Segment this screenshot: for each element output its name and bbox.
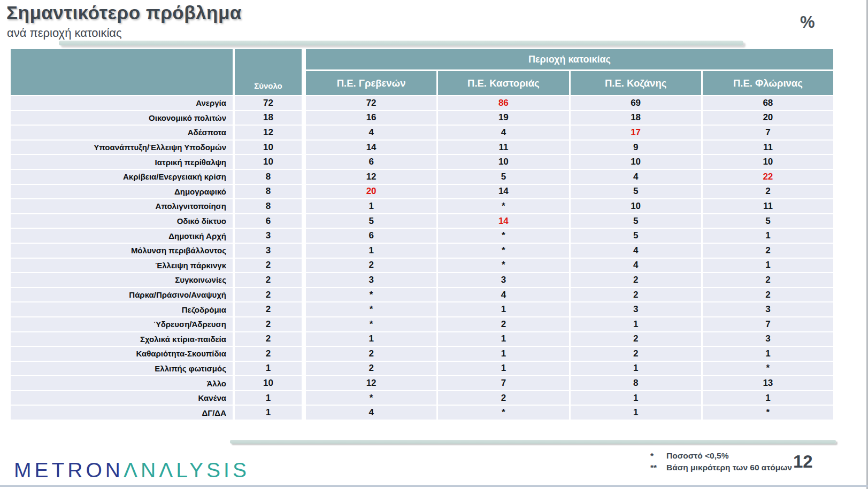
row-label: Έλλειψη πάρκινγκ — [11, 259, 233, 273]
cell-region-value: 16 — [306, 111, 436, 125]
header-region-grevena: Π.Ε. Γρεβενών — [306, 71, 436, 95]
table-row: Ύδρευση/Άδρευση 2*217 — [11, 317, 833, 331]
table-row: Πάρκα/Πράσινο/Αναψυχή 2*422 — [11, 288, 833, 302]
cell-region-value: 8 — [569, 376, 701, 390]
cell-region-value: 13 — [701, 376, 833, 390]
row-values: 101411911 — [235, 141, 833, 154]
cell-region-value: 5 — [436, 170, 569, 184]
cell-total-value: 2 — [235, 302, 302, 316]
table-row: Οικονομικό πολιτών 1816191820 — [11, 111, 833, 125]
cell-total-value: 10 — [235, 155, 302, 169]
table-row: Συγκοινωνίες 23322 — [11, 273, 833, 287]
table-row: Καθαριότητα-Σκουπίδια 22121 — [11, 347, 833, 361]
cell-region-value: 18 — [569, 111, 701, 125]
row-label: Σχολικά κτίρια-παιδεία — [11, 332, 233, 346]
cell-total-value: 3 — [235, 244, 302, 258]
logo-metron-text: METRON — [14, 459, 124, 482]
cell-region-value: * — [306, 317, 436, 331]
row-values: 10127813 — [235, 376, 833, 390]
cell-region-value: 12 — [306, 376, 436, 390]
cell-region-value: 10 — [569, 155, 701, 169]
header-region-names: Π.Ε. Γρεβενών Π.Ε. Καστοριάς Π.Ε. Κοζάνη… — [306, 71, 833, 95]
cell-region-value: 4 — [569, 244, 701, 258]
cell-region-value: 72 — [306, 96, 436, 110]
cell-region-value: 5 — [701, 214, 833, 228]
cell-region-value: 7 — [701, 126, 833, 139]
row-label: Δημοτική Αρχή — [11, 229, 233, 243]
row-values: 23322 — [235, 273, 833, 287]
cell-region-value: 1 — [701, 259, 833, 273]
cell-region-value: * — [436, 199, 569, 213]
cell-region-value: * — [701, 406, 833, 420]
cell-total-value: 10 — [235, 376, 302, 390]
cell-total-value: 8 — [235, 199, 302, 213]
row-values: 106101010 — [235, 155, 833, 169]
table-row: Μόλυνση περιβάλλοντος 31*42 — [11, 244, 833, 258]
row-values: 7272866968 — [235, 96, 833, 110]
row-values: 1244177 — [235, 126, 833, 139]
row-label: Άλλο — [11, 376, 233, 390]
table-row: Αδέσποτα 1244177 — [11, 126, 833, 139]
cell-region-value: 2 — [436, 391, 569, 405]
title-underline-bar — [59, 41, 743, 45]
cell-region-value: * — [436, 244, 569, 258]
cell-region-value: 1 — [701, 347, 833, 361]
cell-region-value: * — [436, 229, 569, 243]
cell-region-value: 4 — [436, 126, 569, 139]
page-title: Σημαντικότερο πρόβλημα — [6, 2, 242, 24]
footer-divider-bar — [230, 440, 836, 444]
header-total: Σύνολο — [235, 49, 302, 95]
row-values: 81*1011 — [235, 199, 833, 213]
table-row: Σχολικά κτίρια-παιδεία 21123 — [11, 332, 833, 346]
row-label: Οικονομικό πολιτών — [11, 111, 233, 125]
footnote2-marker: ** — [650, 462, 666, 474]
cell-total-value: 1 — [235, 406, 302, 420]
cell-region-value: 5 — [569, 214, 701, 228]
cell-region-value: 2 — [569, 332, 701, 346]
row-values: 22*41 — [235, 259, 833, 273]
cell-region-value: 1 — [436, 347, 569, 361]
cell-region-value: 11 — [436, 141, 569, 154]
row-label: Καθαριότητα-Σκουπίδια — [11, 347, 233, 361]
cell-region-value: * — [306, 288, 436, 302]
table-row: Απολιγνιτοποίηση 81*1011 — [11, 199, 833, 213]
cell-region-value: 7 — [701, 317, 833, 331]
row-values: 651455 — [235, 214, 833, 228]
row-values: 2*133 — [235, 302, 833, 316]
slide-bottom-border — [0, 485, 868, 487]
cell-region-value: 9 — [569, 141, 701, 154]
cell-region-value: 4 — [306, 406, 436, 420]
table-row: Ιατρική περίθαλψη 106101010 — [11, 155, 833, 169]
footnote1-marker: * — [650, 450, 666, 462]
row-label: Πάρκα/Πράσινο/Αναψυχή — [11, 288, 233, 302]
logo-analysis-text: ΛNΛLYSIS — [124, 459, 250, 482]
cell-total-value: 2 — [235, 288, 302, 302]
row-values: 14*1* — [235, 406, 833, 420]
row-label: Οδικό δίκτυο — [11, 214, 233, 228]
cell-region-value: 3 — [569, 302, 701, 316]
table-row: Έλλειψη πάρκινγκ 22*41 — [11, 259, 833, 273]
row-values: 22121 — [235, 347, 833, 361]
cell-total-value: 2 — [235, 347, 302, 361]
table-row: Δημοτική Αρχή 36*51 — [11, 229, 833, 243]
row-label: Συγκοινωνίες — [11, 273, 233, 287]
cell-region-value: 1 — [569, 317, 701, 331]
table-header: Σύνολο Περιοχή κατοικίας Π.Ε. Γρεβενών Π… — [11, 49, 833, 95]
row-label: Δημογραφικό — [11, 185, 233, 199]
cell-total-value: 2 — [235, 259, 302, 273]
cell-region-value: 1 — [701, 229, 833, 243]
row-values: 1816191820 — [235, 111, 833, 125]
row-values: 8125422 — [235, 170, 833, 184]
table-row: Κανένα 1*211 — [11, 391, 833, 405]
table-row: Ανεργία 7272866968 — [11, 96, 833, 110]
header-region-kozani: Π.Ε. Κοζάνης — [569, 71, 701, 95]
row-values: 2*217 — [235, 317, 833, 331]
row-label: Κανένα — [11, 391, 233, 405]
percent-unit-label: % — [800, 13, 815, 32]
table-row: Ελλιπής φωτισμός 1211* — [11, 362, 833, 376]
cell-region-value: 4 — [306, 126, 436, 139]
cell-region-value: 22 — [701, 170, 833, 184]
cell-region-value: 2 — [306, 347, 436, 361]
cell-region-value: 10 — [701, 155, 833, 169]
table-row: ΔΓ/ΔΑ 14*1* — [11, 406, 833, 420]
